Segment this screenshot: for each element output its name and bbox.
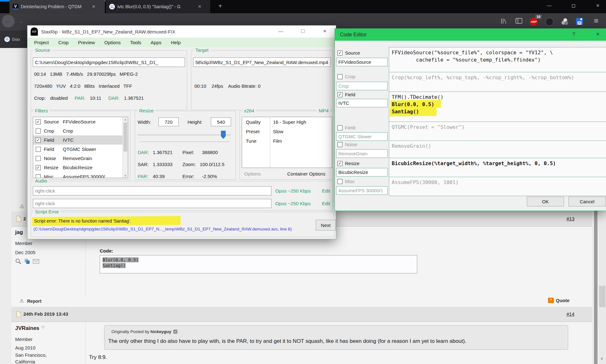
filter-row[interactable]: MiscAssumeFPS 30000/ <box>33 172 128 178</box>
checkbox[interactable] <box>337 142 342 147</box>
staxrip-title-bar[interactable]: RIP StaxRip - WBz_S1_D1_EP7_New_Zealand_… <box>27 26 336 38</box>
checkbox[interactable]: ✓ <box>36 119 41 124</box>
ce-filter-noise[interactable]: Noise <box>337 142 357 147</box>
quality-key[interactable]: Quality <box>246 119 261 125</box>
next-error-button[interactable]: Next <box>316 220 336 230</box>
scroll-down-icon[interactable]: ∨ <box>600 356 603 361</box>
audio-track1-input[interactable]: right-click <box>33 186 271 195</box>
code-editor-close-button[interactable]: × <box>596 31 600 38</box>
code-cell-field[interactable]: TFM().TDecimate() Blur(0.0, 0.5) Santiag… <box>389 92 606 122</box>
back-button[interactable]: ← <box>2 15 15 27</box>
filter-row[interactable]: NoiseRemoveGrain <box>33 154 128 163</box>
target-path-input[interactable]: 58\clip3\WBz_S1_D1_EP7_New_Zealand_RAW.d… <box>193 57 331 67</box>
checkbox[interactable]: ✓ <box>36 165 41 170</box>
code-cell-field2[interactable]: QTGMC(Preset = "Slower") <box>389 122 606 141</box>
menu-options[interactable]: Options <box>100 39 126 46</box>
resize-slider-thumb[interactable] <box>221 131 226 139</box>
resize-slider-track[interactable] <box>138 134 231 135</box>
checkbox[interactable]: ✓ <box>337 51 342 56</box>
code-cell-noise[interactable]: RemoveGrain() <box>389 141 606 158</box>
filter-row[interactable]: FieldQTGMC Slower <box>33 145 128 154</box>
buddy-list-icon[interactable] <box>24 258 30 266</box>
username[interactable]: jag <box>15 229 23 236</box>
window-close-button[interactable]: × <box>593 3 602 9</box>
checkbox[interactable] <box>36 174 41 178</box>
audio-track2-edit-link[interactable]: Edit <box>322 201 330 206</box>
checkbox[interactable] <box>36 147 41 152</box>
hamburger-menu-icon[interactable]: ≡ <box>594 16 598 25</box>
report-link[interactable]: Report <box>27 299 41 304</box>
ce-filter-field[interactable]: ✓Field <box>337 92 355 97</box>
post14-number-link[interactable]: #14 <box>567 311 574 317</box>
checkbox[interactable]: ✓ <box>36 138 41 143</box>
downloadhelper-icon[interactable] <box>561 18 569 26</box>
audio-track2-codec[interactable]: Opus ~250 Kbps <box>275 201 311 206</box>
ce-filter-source-name[interactable]: FFVideoSource <box>336 58 388 66</box>
menu-apps[interactable]: Apps <box>146 39 166 46</box>
tab-google-search[interactable]: G ivtc Blur(0.0, 0.5) "Santiag()" - G × <box>106 0 210 13</box>
ce-filter-field-name[interactable]: IVTC <box>336 99 388 107</box>
audio-track1-edit-link[interactable]: Edit <box>322 188 330 194</box>
library-icon[interactable] <box>500 18 507 26</box>
staxrip-close-button[interactable]: × <box>323 28 326 34</box>
window-maximize-button[interactable] <box>569 3 578 9</box>
sidebar-toggle-icon[interactable] <box>515 18 522 25</box>
tune-key[interactable]: Tune <box>246 138 257 144</box>
checkbox[interactable] <box>36 156 41 161</box>
checkbox[interactable] <box>337 74 342 79</box>
username[interactable]: JVRaines <box>15 325 39 331</box>
cancel-button[interactable]: Cancel <box>568 197 606 206</box>
ce-filter-field2[interactable]: Field <box>337 125 355 130</box>
tab-close-icon[interactable]: × <box>92 4 95 9</box>
x264-settings-list[interactable]: Quality 16 - Super High Preset Slow Tune… <box>242 117 332 168</box>
tune-value[interactable]: Film <box>273 138 282 144</box>
filters-list[interactable]: ✓SourceFFVideoSource CropCrop ✓FieldIVTC… <box>33 117 128 178</box>
ce-filter-resize-name[interactable]: BicubicResize <box>336 168 388 176</box>
filter-row[interactable]: ✓ResizeBicubicResize <box>33 163 128 172</box>
filter-row-selected[interactable]: ✓FieldIVTC <box>33 135 128 145</box>
tab-deinterlacing-problem[interactable]: V Deinterlacing Problem - QTGM × <box>9 0 105 13</box>
checkbox[interactable]: ✓ <box>337 161 342 166</box>
new-tab-button[interactable]: + <box>218 3 222 10</box>
audio-track1-codec[interactable]: Opus ~250 Kbps <box>275 188 311 194</box>
checkbox[interactable]: ✓ <box>337 92 342 97</box>
menu-crop[interactable]: Crop <box>54 39 74 46</box>
code-cell-resize[interactable]: BicubicResize(%target_width%, %target_he… <box>389 158 606 177</box>
ce-filter-crop-name[interactable]: Crop <box>336 82 388 90</box>
extension-icon[interactable] <box>545 18 554 26</box>
scrollbar-thumb[interactable] <box>599 286 605 307</box>
checkbox[interactable] <box>337 125 342 130</box>
view-post-icon[interactable]: » <box>173 330 177 334</box>
height-input[interactable]: 540 <box>211 117 231 126</box>
search-posts-icon[interactable] <box>15 258 21 266</box>
email-icon[interactable] <box>33 259 39 265</box>
menu-tools[interactable]: Tools <box>125 39 146 46</box>
code-cell-crop[interactable]: Crop(%crop_left%, %crop_top%, -%crop_rig… <box>389 72 606 92</box>
container-options-link[interactable]: Container Options <box>287 171 325 176</box>
checkbox[interactable] <box>337 179 342 184</box>
tab-close-icon[interactable]: × <box>198 4 201 9</box>
source-path-input[interactable]: C:\Users\Doug\Desktop\dgmpgdec158\clip3\… <box>33 57 185 67</box>
window-minimize-button[interactable]: — <box>545 3 554 8</box>
ok-button[interactable]: OK <box>527 197 564 206</box>
preset-value[interactable]: Slow <box>273 129 283 134</box>
scroll-up-icon[interactable]: ∧ <box>123 117 128 121</box>
ce-filter-noise-name[interactable]: RemoveGrain <box>336 149 388 158</box>
code-box[interactable]: Blur(0.0, 0.5) Santiag() <box>100 255 417 273</box>
scroll-down-icon[interactable]: ∨ <box>123 174 128 177</box>
checkbox[interactable] <box>36 128 41 134</box>
filter-row[interactable]: ✓SourceFFVideoSource <box>33 117 128 126</box>
filters-scrollbar[interactable]: ∧ ∨ <box>122 117 128 178</box>
filter-row[interactable]: CropCrop <box>33 126 128 135</box>
bookmark-item[interactable]: Goo <box>12 37 20 42</box>
ce-filter-resize[interactable]: ✓Resize <box>337 161 359 166</box>
audio-track2-input[interactable]: right-click <box>33 199 271 208</box>
staxrip-maximize-button[interactable] <box>301 29 305 33</box>
staxrip-minimize-button[interactable]: — <box>278 28 283 34</box>
width-input[interactable]: 720 <box>158 117 179 126</box>
ce-filter-misc-name[interactable]: AssumeFPS 30000/1 <box>336 186 388 195</box>
code-cell-misc[interactable]: AssumeFPS(30000, 1001) <box>389 177 606 196</box>
quality-value[interactable]: 16 - Super High <box>273 119 306 125</box>
ce-filter-misc[interactable]: Misc <box>337 179 355 184</box>
menu-preview[interactable]: Preview <box>73 39 99 46</box>
